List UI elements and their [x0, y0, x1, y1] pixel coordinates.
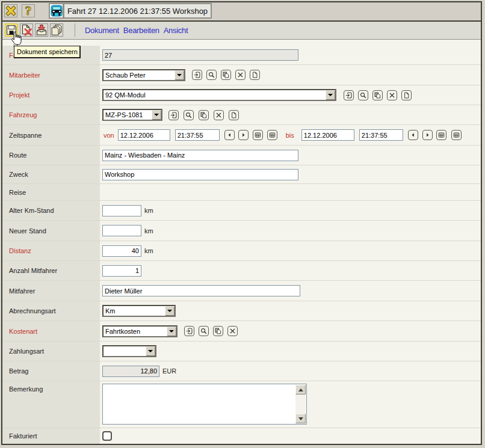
field-cell: MZ-PS-1081	[100, 105, 481, 124]
row-betrag: Betrag EUR	[2, 361, 481, 381]
calendar-icon	[269, 132, 276, 138]
menu-dokument[interactable]: Dokument	[85, 26, 119, 35]
dropdown-arrow-button[interactable]	[325, 90, 335, 100]
search-icon	[208, 72, 215, 78]
bis-time-input[interactable]	[359, 129, 403, 141]
copy-document-button[interactable]	[50, 23, 63, 37]
fahrzeug-goto-button[interactable]	[168, 110, 179, 120]
row-mitfahrer: Mitfahrer	[2, 280, 481, 301]
von-prev-button[interactable]	[224, 130, 235, 140]
goto-icon	[186, 328, 193, 334]
bis-prev-button[interactable]	[408, 130, 418, 140]
help-button[interactable]: ?	[22, 4, 35, 17]
bis-next-button[interactable]	[422, 130, 433, 140]
mitarbeiter-new-button[interactable]	[250, 70, 260, 80]
fahrzeug-delete-button[interactable]	[214, 110, 224, 120]
abrechnungsart-select[interactable]: Km	[102, 305, 176, 317]
save-tooltip: Dokument speichern	[14, 46, 81, 58]
projekt-copy-button[interactable]	[372, 90, 383, 100]
row-reise: Reise	[2, 183, 481, 200]
betrag-input[interactable]	[102, 366, 159, 377]
field-cell: km	[100, 201, 481, 220]
kostenart-search-button[interactable]	[199, 326, 209, 336]
field-label-abrechnungsart: Abrechnungsart	[2, 301, 100, 321]
search-icon	[185, 112, 192, 118]
fakturiert-checkbox[interactable]	[102, 431, 112, 441]
question-icon: ?	[22, 5, 34, 17]
scrollbar[interactable]	[295, 385, 306, 423]
close-button[interactable]	[4, 4, 17, 17]
bis-calendar-button-2[interactable]	[451, 130, 462, 140]
fahrzeug-search-button[interactable]	[184, 110, 194, 120]
route-input[interactable]	[102, 150, 298, 161]
zahlungsart-select[interactable]	[102, 345, 156, 357]
field-cell	[100, 428, 481, 444]
row-bemerkung: Bemerkung	[2, 381, 481, 428]
kostenart-goto-button[interactable]	[184, 326, 194, 336]
mitarbeiter-search-button[interactable]	[206, 70, 217, 80]
von-calendar-button[interactable]	[253, 130, 263, 140]
copy-icon	[215, 328, 221, 334]
fahrt-input[interactable]	[102, 49, 298, 61]
field-cell	[100, 46, 481, 64]
menu-ansicht[interactable]: Ansicht	[164, 26, 188, 35]
app-icon-box	[49, 3, 64, 19]
dropdown-arrow-button[interactable]	[145, 346, 155, 356]
von-date-input[interactable]	[118, 129, 170, 141]
field-cell	[100, 381, 481, 428]
copy-icon	[200, 112, 207, 118]
von-calendar-button-2[interactable]	[267, 130, 277, 140]
field-cell: km	[100, 241, 481, 260]
fahrzeug-select[interactable]: MZ-PS-1081	[102, 109, 162, 121]
dropdown-arrow-button[interactable]	[166, 327, 176, 336]
mitarbeiter-delete-button[interactable]	[235, 70, 246, 80]
titlebar: ? Fahrt 27 12.12.2006 21:37:55 Workshop	[2, 2, 481, 22]
kostenart-delete-button[interactable]	[227, 326, 238, 336]
mitfahrer-input[interactable]	[102, 285, 300, 296]
anzahl-mitfahrer-input[interactable]	[102, 265, 141, 277]
menu-bearbeiten[interactable]: Bearbeiten	[123, 26, 159, 35]
dropdown-arrow-button[interactable]	[174, 70, 184, 80]
mitarbeiter-copy-button[interactable]	[221, 70, 231, 80]
field-label-betrag: Betrag	[2, 361, 100, 381]
field-cell: Schaub Peter	[100, 65, 481, 85]
zweck-input[interactable]	[102, 169, 298, 180]
von-next-button[interactable]	[238, 130, 249, 140]
scroll-down-button[interactable]	[295, 414, 306, 423]
field-label-mitarbeiter: Mitarbeiter	[2, 65, 100, 85]
projekt-goto-button[interactable]	[344, 90, 354, 100]
bemerkung-textarea[interactable]	[102, 384, 307, 425]
prev-icon	[226, 132, 233, 138]
projekt-new-button[interactable]	[401, 90, 412, 100]
import-document-button[interactable]	[35, 23, 48, 37]
search-icon	[200, 328, 207, 334]
field-label-fahrzeug: Fahrzeug	[2, 105, 100, 124]
dropdown-arrow-button[interactable]	[151, 110, 161, 120]
projekt-delete-button[interactable]	[387, 90, 397, 100]
scroll-up-button[interactable]	[295, 385, 306, 394]
row-neuer-stand: Neuer Stand km	[2, 220, 481, 241]
projekt-search-button[interactable]	[358, 90, 368, 100]
mitarbeiter-value: Schaub Peter	[103, 70, 174, 80]
bis-date-input[interactable]	[301, 129, 354, 141]
fahrzeug-copy-button[interactable]	[199, 110, 209, 120]
field-label-zeitspanne: Zeitspanne	[2, 125, 100, 145]
projekt-select[interactable]: 92 QM-Modul	[102, 89, 336, 101]
mitarbeiter-goto-button[interactable]	[192, 70, 202, 80]
distanz-input[interactable]	[102, 245, 141, 257]
fahrzeug-new-button[interactable]	[229, 110, 239, 120]
field-cell: von	[100, 125, 481, 145]
mitarbeiter-select[interactable]: Schaub Peter	[102, 69, 185, 81]
kostenart-select[interactable]: Fahrtkosten	[102, 325, 178, 337]
alter-km-stand-input[interactable]	[102, 205, 141, 216]
field-cell: Fahrtkosten	[100, 321, 481, 341]
kostenart-copy-button[interactable]	[213, 326, 223, 336]
field-cell: EUR	[100, 361, 481, 381]
neuer-stand-input[interactable]	[102, 225, 141, 236]
menubar: Dokument Bearbeiten Ansicht	[85, 22, 192, 39]
caret-down-icon	[148, 350, 153, 355]
von-time-input[interactable]	[175, 129, 220, 141]
bis-calendar-button[interactable]	[436, 130, 446, 140]
dropdown-arrow-button[interactable]	[164, 306, 175, 316]
zahlungsart-value	[103, 346, 145, 356]
